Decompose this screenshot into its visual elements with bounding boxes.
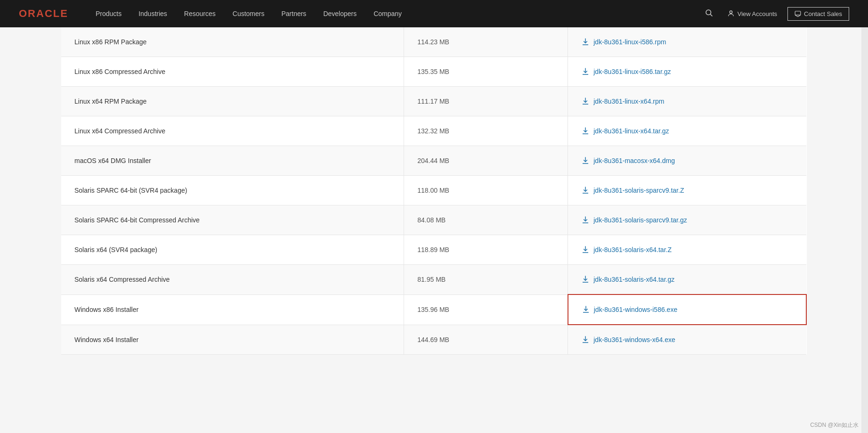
filename-text: jdk-8u361-linux-i586.tar.gz [593,68,671,75]
svg-point-2 [730,11,732,13]
table-row: Windows x64 Installer144.69 MBjdk-8u361-… [61,325,806,355]
file-size: 111.17 MB [404,87,568,116]
filename-text: jdk-8u361-solaris-sparcv9.tar.Z [593,187,684,194]
download-link[interactable]: jdk-8u361-solaris-sparcv9.tar.gz [581,216,793,224]
contact-sales-button[interactable]: Contact Sales [787,7,849,21]
package-name: Windows x64 Installer [61,325,404,355]
svg-rect-3 [795,11,801,15]
download-cell: jdk-8u361-linux-i586.rpm [568,27,806,57]
download-link[interactable]: jdk-8u361-solaris-sparcv9.tar.Z [581,186,793,195]
package-name: Linux x64 Compressed Archive [61,116,404,146]
nav-link-customers[interactable]: Customers [224,0,273,27]
file-size: 84.08 MB [404,205,568,235]
file-size: 118.89 MB [404,235,568,265]
nav-link-developers[interactable]: Developers [315,0,365,27]
view-accounts-button[interactable]: View Accounts [722,7,782,20]
download-icon [581,245,590,254]
table-row: macOS x64 DMG Installer204.44 MBjdk-8u36… [61,146,806,176]
download-link[interactable]: jdk-8u361-windows-x64.exe [581,335,793,344]
package-name: Solaris SPARC 64-bit (SVR4 package) [61,176,404,205]
table-row: Solaris SPARC 64-bit (SVR4 package)118.0… [61,176,806,205]
nav-link-industries[interactable]: Industries [130,0,176,27]
download-icon [581,156,590,165]
download-icon [581,67,590,76]
download-cell: jdk-8u361-linux-x64.tar.gz [568,116,806,146]
download-table: Linux x86 RPM Package114.23 MBjdk-8u361-… [61,27,807,355]
download-link[interactable]: jdk-8u361-solaris-x64.tar.Z [581,245,793,254]
download-link[interactable]: jdk-8u361-linux-x64.rpm [581,97,793,106]
nav-item-company[interactable]: Company [365,0,410,27]
package-name: Solaris x64 Compressed Archive [61,265,404,295]
download-cell: jdk-8u361-solaris-sparcv9.tar.Z [568,176,806,205]
download-link[interactable]: jdk-8u361-linux-i586.rpm [581,38,793,46]
download-link[interactable]: jdk-8u361-linux-i586.tar.gz [581,67,793,76]
download-icon [581,186,590,195]
nav-link-resources[interactable]: Resources [176,0,224,27]
filename-text: jdk-8u361-linux-x64.tar.gz [593,127,669,135]
package-name: Linux x86 Compressed Archive [61,57,404,87]
table-row: Linux x86 RPM Package114.23 MBjdk-8u361-… [61,27,806,57]
filename-text: jdk-8u361-macosx-x64.dmg [593,157,675,164]
nav-item-products[interactable]: Products [87,0,130,27]
navbar-right: View Accounts Contact Sales [701,7,849,21]
download-cell: jdk-8u361-windows-x64.exe [568,325,806,355]
svg-point-0 [706,10,711,15]
filename-text: jdk-8u361-solaris-sparcv9.tar.gz [593,216,687,224]
nav-item-partners[interactable]: Partners [273,0,315,27]
main-content: Linux x86 RPM Package114.23 MBjdk-8u361-… [0,27,868,355]
download-cell: jdk-8u361-linux-x64.rpm [568,87,806,116]
download-link[interactable]: jdk-8u361-linux-x64.tar.gz [581,127,793,135]
package-name: Solaris SPARC 64-bit Compressed Archive [61,205,404,235]
nav-link-company[interactable]: Company [365,0,410,27]
download-cell: jdk-8u361-solaris-x64.tar.gz [568,265,806,295]
svg-line-1 [710,14,712,16]
scrollbar[interactable] [861,0,868,355]
search-icon [705,8,713,17]
download-link[interactable]: jdk-8u361-macosx-x64.dmg [581,156,793,165]
download-cell: jdk-8u361-macosx-x64.dmg [568,146,806,176]
table-row: Linux x64 Compressed Archive132.32 MBjdk… [61,116,806,146]
table-row: Solaris x64 (SVR4 package)118.89 MBjdk-8… [61,235,806,265]
download-link[interactable]: jdk-8u361-solaris-x64.tar.gz [581,275,793,284]
download-icon [581,216,590,224]
download-icon [581,38,590,46]
table-row: Solaris x64 Compressed Archive81.95 MBjd… [61,265,806,295]
package-name: Solaris x64 (SVR4 package) [61,235,404,265]
table-row: Solaris SPARC 64-bit Compressed Archive8… [61,205,806,235]
file-size: 144.69 MB [404,325,568,355]
person-icon [727,10,735,17]
nav-item-industries[interactable]: Industries [130,0,176,27]
nav-item-developers[interactable]: Developers [315,0,365,27]
download-cell: jdk-8u361-windows-i586.exe [568,294,806,325]
main-nav: ProductsIndustriesResourcesCustomersPart… [87,0,701,27]
chat-icon [795,10,801,17]
package-name: Linux x86 RPM Package [61,27,404,57]
package-name: Linux x64 RPM Package [61,87,404,116]
navbar: ORACLE ProductsIndustriesResourcesCustom… [0,0,868,27]
table-row: Windows x86 Installer135.96 MBjdk-8u361-… [61,294,806,325]
download-cell: jdk-8u361-solaris-x64.tar.Z [568,235,806,265]
download-icon [581,97,590,106]
filename-text: jdk-8u361-windows-i586.exe [594,306,677,313]
filename-text: jdk-8u361-linux-i586.rpm [593,38,666,46]
package-name: macOS x64 DMG Installer [61,146,404,176]
download-icon [582,305,590,314]
file-size: 132.32 MB [404,116,568,146]
table-row: Linux x86 Compressed Archive135.35 MBjdk… [61,57,806,87]
file-size: 81.95 MB [404,265,568,295]
filename-text: jdk-8u361-solaris-x64.tar.gz [593,276,674,283]
download-link[interactable]: jdk-8u361-windows-i586.exe [582,305,793,314]
search-button[interactable] [701,7,717,21]
file-size: 114.23 MB [404,27,568,57]
filename-text: jdk-8u361-windows-x64.exe [593,336,675,343]
download-icon [581,127,590,135]
download-cell: jdk-8u361-solaris-sparcv9.tar.gz [568,205,806,235]
nav-item-resources[interactable]: Resources [176,0,224,27]
package-name: Windows x86 Installer [61,294,404,325]
file-size: 135.96 MB [404,294,568,325]
download-cell: jdk-8u361-linux-i586.tar.gz [568,57,806,87]
filename-text: jdk-8u361-solaris-x64.tar.Z [593,246,672,253]
nav-item-customers[interactable]: Customers [224,0,273,27]
nav-link-partners[interactable]: Partners [273,0,315,27]
nav-link-products[interactable]: Products [87,0,130,27]
